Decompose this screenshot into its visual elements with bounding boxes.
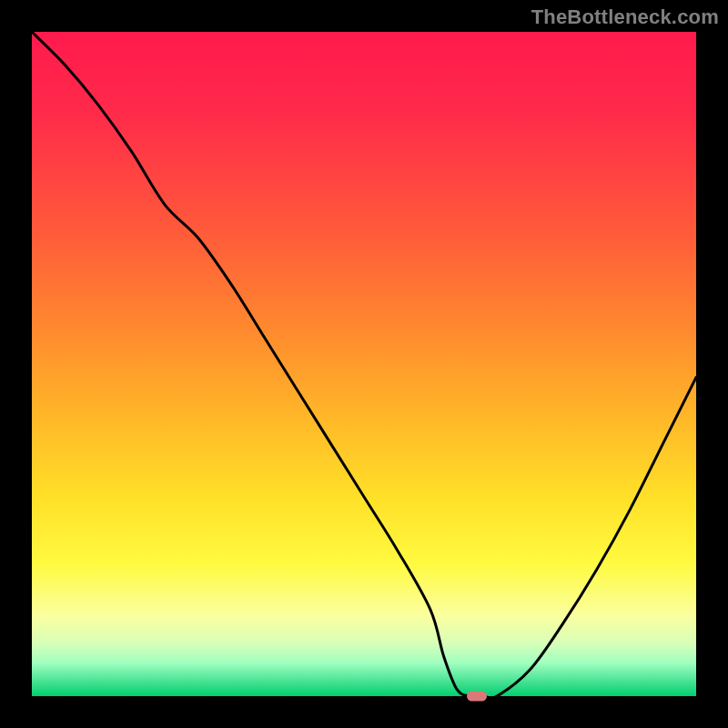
- bottleneck-curve: [32, 32, 696, 696]
- chart-stage: TheBottleneck.com: [0, 0, 728, 728]
- curve-svg: [32, 32, 696, 696]
- minimum-marker: [467, 692, 487, 702]
- plot-area: [32, 32, 696, 696]
- watermark-text: TheBottleneck.com: [531, 5, 719, 29]
